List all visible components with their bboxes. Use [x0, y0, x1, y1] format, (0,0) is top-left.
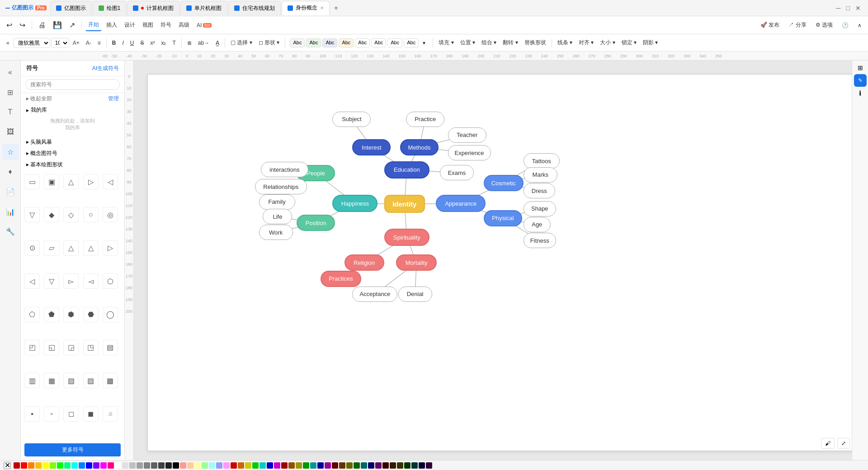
shape-item-23[interactable]: ⬣ [83, 307, 99, 322]
color-swatch[interactable] [368, 462, 374, 469]
export-button[interactable]: ↗ [66, 19, 78, 31]
options-button[interactable]: ⚙ 选项 [813, 19, 835, 31]
color-swatch[interactable] [108, 462, 114, 469]
color-swatch[interactable] [28, 462, 34, 469]
shape-item-39[interactable]: ◽ [103, 406, 118, 422]
node-position[interactable]: Position [297, 215, 335, 231]
shape-item-21[interactable]: ⬟ [44, 307, 59, 322]
node-physical[interactable]: Physical [484, 210, 522, 226]
size-btn[interactable]: 大小 ▾ [597, 38, 618, 48]
shape-item-27[interactable]: ◲ [63, 340, 79, 355]
shape-item-26[interactable]: ◱ [44, 340, 59, 355]
redo-button[interactable]: ↪ [17, 19, 28, 31]
minimize-button[interactable]: ─ [836, 5, 841, 12]
node-experience[interactable]: Experience [448, 145, 491, 160]
color-swatch[interactable] [194, 462, 201, 469]
node-life[interactable]: Life [263, 209, 292, 224]
color-swatch[interactable] [64, 462, 71, 469]
tab-ai[interactable]: AIhot [194, 20, 214, 30]
color-swatch[interactable] [375, 462, 382, 469]
tab-design[interactable]: 设计 [122, 19, 138, 31]
publish-button[interactable]: 🚀 发布 [758, 19, 782, 31]
shape-item-29[interactable]: ▤ [103, 340, 118, 355]
list-btn[interactable]: ≣ [184, 38, 194, 47]
more-symbols-btn[interactable]: 更多符号 [24, 443, 121, 456]
style-abc-1[interactable]: Abc [290, 38, 305, 47]
shape-item-35[interactable]: ▪ [24, 406, 40, 422]
color-swatch[interactable] [35, 462, 42, 469]
manage-btn[interactable]: 管理 [108, 95, 119, 103]
node-work[interactable]: Work [259, 225, 293, 240]
node-family[interactable]: Family [259, 194, 295, 210]
canvas-area[interactable]: IdentityHappinessEducationAppearanceSpir… [134, 61, 868, 460]
tab-start[interactable]: 开始 [85, 19, 102, 31]
node-practices[interactable]: Practices [321, 271, 361, 287]
shape-item-22[interactable]: ⬢ [63, 307, 79, 322]
color-swatch[interactable] [93, 462, 99, 469]
node-spirituality[interactable]: Spirituality [384, 229, 429, 246]
indent-btn[interactable]: ab→ [195, 38, 212, 47]
color-swatch[interactable] [209, 462, 215, 469]
color-swatch[interactable] [57, 462, 63, 469]
node-marks[interactable]: Marks [524, 167, 557, 183]
color-swatch[interactable] [165, 462, 172, 469]
node-mortality[interactable]: Mortality [396, 254, 437, 271]
strikethrough-btn[interactable]: S [137, 38, 146, 47]
color-swatch[interactable] [115, 462, 121, 469]
text-color-btn[interactable]: T [170, 38, 178, 47]
color-swatch[interactable] [216, 462, 222, 469]
shape-item-4[interactable]: ◁ [103, 174, 118, 189]
shape-item-1[interactable]: ▣ [44, 174, 59, 189]
shape-item-28[interactable]: ◳ [83, 340, 99, 355]
style-abc-6[interactable]: Abc [371, 38, 386, 47]
line-btn[interactable]: 线条 ▾ [555, 38, 575, 48]
color-swatch[interactable] [281, 462, 288, 469]
color-swatch[interactable] [310, 462, 316, 469]
node-practice[interactable]: Practice [406, 112, 444, 127]
node-interactions[interactable]: interactions [261, 162, 308, 177]
no-color-swatch[interactable]: ✕ [4, 462, 11, 469]
color-swatch[interactable] [129, 462, 136, 469]
node-teacher[interactable]: Teacher [448, 127, 486, 143]
font-size-increase[interactable]: A+ [70, 38, 82, 47]
select-tool[interactable]: ▢ 选择 ▾ [228, 38, 255, 48]
shape-item-19[interactable]: ⬡ [103, 273, 118, 289]
align-btn[interactable]: ≡ [95, 38, 104, 47]
color-swatch[interactable] [231, 462, 237, 469]
shape-item-0[interactable]: ▭ [24, 174, 40, 189]
nav-template[interactable]: ⊞ [2, 84, 19, 100]
node-interest[interactable]: Interest [352, 139, 391, 155]
node-subject[interactable]: Subject [332, 112, 371, 127]
node-denial[interactable]: Denial [398, 287, 432, 302]
style-abc-4[interactable]: Abc [339, 38, 354, 47]
color-swatch[interactable] [252, 462, 259, 469]
shape-item-5[interactable]: ▽ [24, 207, 40, 222]
expand-button[interactable]: ∧ [855, 19, 864, 31]
shape-item-33[interactable]: ▨ [83, 373, 99, 388]
tab-tab5[interactable]: 住宅布线规划 [228, 1, 281, 15]
color-swatch[interactable] [137, 462, 143, 469]
brainstorm-section[interactable]: ▸ 头脑风暴 [21, 136, 124, 148]
node-appearance[interactable]: Appearance [436, 195, 486, 212]
style-abc-5[interactable]: Abc [355, 38, 370, 47]
shape-item-31[interactable]: ▦ [44, 373, 59, 388]
color-swatch[interactable] [259, 462, 266, 469]
group-btn[interactable]: 组合 ▾ [479, 38, 499, 48]
nav-symbol[interactable]: ☆ [2, 144, 19, 160]
tab-tab3[interactable]: 计算机框图 [127, 1, 179, 15]
color-swatch[interactable] [303, 462, 309, 469]
nav-canvas[interactable]: 📄 [2, 183, 19, 200]
right-panel-btn1[interactable]: ⊞ [858, 64, 863, 71]
node-shape[interactable]: Shape [524, 201, 556, 216]
shape-item-13[interactable]: △ [83, 240, 99, 256]
add-tab-button[interactable]: + [330, 3, 341, 14]
nav-icon[interactable]: ♦ [2, 164, 19, 180]
tab-tab6[interactable]: 身份概念✕ [282, 1, 330, 15]
replace-shape-btn[interactable]: 替换形状 [522, 38, 549, 48]
tab-view[interactable]: 视图 [140, 19, 156, 31]
close-button[interactable]: ✕ [855, 5, 861, 12]
right-panel-btn2[interactable]: ✎ [854, 74, 867, 87]
node-fitness[interactable]: Fitness [524, 233, 556, 248]
flip-btn[interactable]: 翻转 ▾ [500, 38, 520, 48]
align-group-btn[interactable]: 对齐 ▾ [576, 38, 596, 48]
